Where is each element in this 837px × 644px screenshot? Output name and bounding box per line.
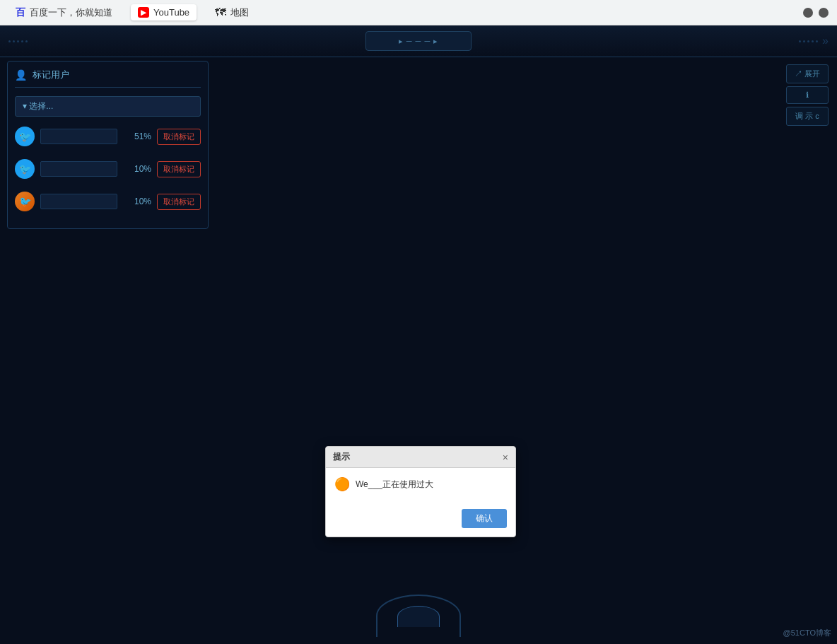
left-sidebar: 👤 标记用户 ▾ 选择... 🐦 51% 取消标记 🐦 10% 取消标记 🐦 — [7, 61, 209, 229]
tab-maps-label: 地图 — [230, 6, 249, 19]
sidebar-title: 标记用户 — [33, 69, 69, 81]
tab-youtube[interactable]: ▶ YouTube — [131, 4, 197, 21]
browser-bar: 百 百度一下，你就知道 ▶ YouTube 🗺 地图 — [0, 0, 837, 25]
right-panel: ↗ 展开 ℹ 调 示 c — [786, 64, 829, 126]
main-content: ▸ ─ ─ ─ ▸ » ↗ 展开 ℹ 调 示 c 👤 标记用户 ▾ 选择... … — [0, 25, 837, 644]
twitter-icon-1: 🐦 — [19, 131, 31, 142]
user-percent-2: 10% — [123, 164, 151, 174]
user-item: 🐦 10% 取消标记 — [15, 156, 201, 182]
avatar-3: 🐦 — [15, 192, 35, 211]
topbar-left-decor — [0, 25, 71, 57]
arrow-right-decor: » — [822, 35, 829, 47]
settings-btn[interactable]: 调 示 c — [786, 107, 829, 126]
cancel-mark-btn-1[interactable]: 取消标记 — [157, 129, 201, 145]
avatar-2: 🐦 — [15, 159, 35, 179]
user-icon: 👤 — [15, 69, 27, 81]
baidu-icon: 百 — [16, 6, 25, 19]
dot-pattern-left — [8, 40, 28, 42]
bottom-circle — [376, 595, 461, 637]
youtube-icon: ▶ — [138, 7, 149, 18]
user-item: 🐦 51% 取消标记 — [15, 124, 201, 149]
tab-baidu[interactable]: 百 百度一下，你就知道 — [8, 4, 119, 22]
popup-ok-btn[interactable]: 确认 — [462, 509, 507, 528]
tab-baidu-label: 百度一下，你就知道 — [30, 6, 112, 19]
attribution: @51CTO博客 — [783, 628, 831, 638]
cancel-mark-btn-2[interactable]: 取消标记 — [157, 161, 201, 177]
username-bar-3 — [40, 194, 117, 209]
dot-pattern-right — [799, 40, 818, 42]
user-percent-3: 10% — [123, 197, 151, 206]
maps-icon: 🗺 — [215, 6, 226, 19]
popup-titlebar: 提示 × — [326, 447, 515, 468]
inner-circle — [397, 606, 440, 627]
twitter-icon-2: 🐦 — [19, 163, 31, 175]
popup-footer: 确认 — [326, 509, 515, 537]
warning-icon: 🟠 — [334, 476, 350, 492]
tab-youtube-label: YouTube — [153, 7, 189, 18]
window-controls — [803, 8, 829, 18]
twitter-icon-3: 🐦 — [19, 196, 31, 207]
tab-maps[interactable]: 🗺 地图 — [208, 4, 256, 22]
avatar-1: 🐦 — [15, 127, 35, 146]
sci-fi-topbar: ▸ ─ ─ ─ ▸ » — [0, 25, 837, 57]
expand-btn[interactable]: ↗ 展开 — [786, 64, 829, 83]
user-percent-1: 51% — [123, 131, 151, 141]
popup-message: We___正在使用过大 — [356, 479, 507, 491]
popup-body: 🟠 We___正在使用过大 — [326, 468, 515, 509]
sidebar-header: 👤 标记用户 — [15, 69, 201, 88]
popup-message-row: 🟠 We___正在使用过大 — [334, 476, 507, 492]
popup-title: 提示 — [333, 451, 350, 463]
cancel-mark-btn-3[interactable]: 取消标记 — [157, 194, 201, 210]
user-dropdown[interactable]: ▾ 选择... — [15, 96, 201, 117]
maximize-btn[interactable] — [819, 8, 829, 18]
center-panel: ▸ ─ ─ ─ ▸ — [365, 31, 472, 51]
popup-dialog: 提示 × 🟠 We___正在使用过大 确认 — [325, 446, 516, 537]
username-bar-2 — [40, 161, 117, 177]
topbar-right-decor: » — [766, 25, 837, 57]
info-btn[interactable]: ℹ — [786, 86, 829, 104]
minimize-btn[interactable] — [803, 8, 813, 18]
user-item: 🐦 10% 取消标记 — [15, 189, 201, 214]
bottom-decor — [348, 587, 489, 644]
center-text: ▸ ─ ─ ─ ▸ — [399, 37, 439, 46]
topbar-center: ▸ ─ ─ ─ ▸ — [71, 31, 766, 51]
popup-close-btn[interactable]: × — [503, 452, 508, 462]
username-bar-1 — [40, 129, 117, 144]
